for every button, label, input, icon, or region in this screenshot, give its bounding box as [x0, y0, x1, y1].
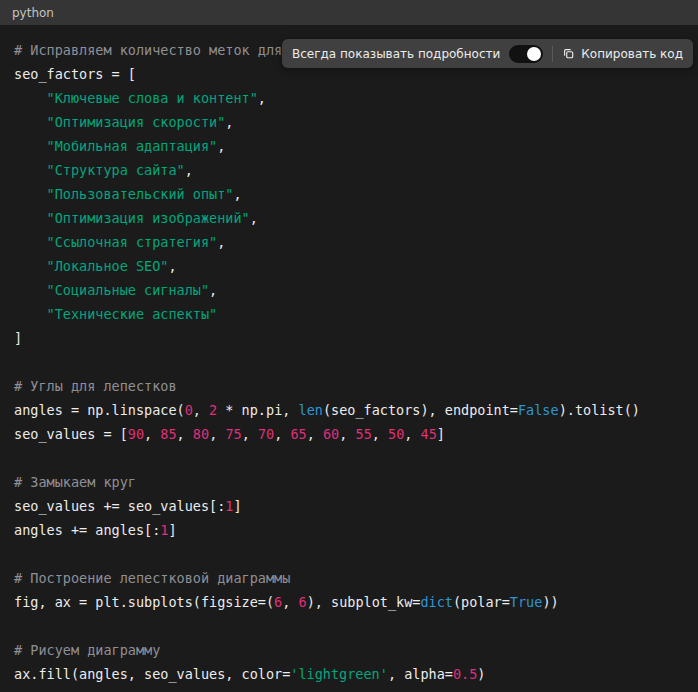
code-block: python Всегда показывать подробности Коп…: [0, 0, 698, 692]
copy-icon: [562, 47, 575, 60]
code-line: "Ключевые слова и контент",: [14, 86, 684, 110]
code-line: [14, 350, 684, 374]
toggle-knob: [527, 47, 541, 61]
copy-code-button[interactable]: Копировать код: [562, 47, 683, 61]
code-line: ]: [14, 326, 684, 350]
code-line: [14, 614, 684, 638]
code-line: "Технические аспекты": [14, 302, 684, 326]
code-line: "Оптимизация скорости",: [14, 110, 684, 134]
code-line: angles += angles[:1]: [14, 518, 684, 542]
code-line: [14, 542, 684, 566]
code-line: "Оптимизация изображений",: [14, 206, 684, 230]
code-line: fig, ax = plt.subplots(figsize=(6, 6), s…: [14, 590, 684, 614]
code-line: seo_values += seo_values[:1]: [14, 494, 684, 518]
language-label: python: [12, 6, 54, 20]
code-line: # Замыкаем круг: [14, 470, 684, 494]
details-toggle[interactable]: [509, 45, 543, 63]
code-line: "Мобильная адаптация",: [14, 134, 684, 158]
code-line: "Социальные сигналы",: [14, 278, 684, 302]
code-line: seo_values = [90, 85, 80, 75, 70, 65, 60…: [14, 422, 684, 446]
code-toolbar: Всегда показывать подробности Копировать…: [282, 39, 693, 68]
details-toggle-label: Всегда показывать подробности: [292, 47, 500, 61]
code-line: [14, 446, 684, 470]
code-line: # Рисуем диаграмму: [14, 638, 684, 662]
code-line: # Углы для лепестков: [14, 374, 684, 398]
copy-code-label: Копировать код: [581, 47, 683, 61]
code-line: # Построение лепестковой диаграммы: [14, 566, 684, 590]
code-content: # Исправляем количество меток для лепест…: [14, 38, 684, 686]
code-header: python: [0, 0, 698, 25]
code-line: "Пользовательский опыт",: [14, 182, 684, 206]
toolbar-divider: [552, 46, 553, 62]
code-line: "Структура сайта",: [14, 158, 684, 182]
code-area: # Исправляем количество меток для лепест…: [0, 25, 698, 692]
code-line: "Ссылочная стратегия",: [14, 230, 684, 254]
code-line: "Локальное SEO",: [14, 254, 684, 278]
code-line: angles = np.linspace(0, 2 * np.pi, len(s…: [14, 398, 684, 422]
code-line: ax.fill(angles, seo_values, color='light…: [14, 662, 684, 686]
